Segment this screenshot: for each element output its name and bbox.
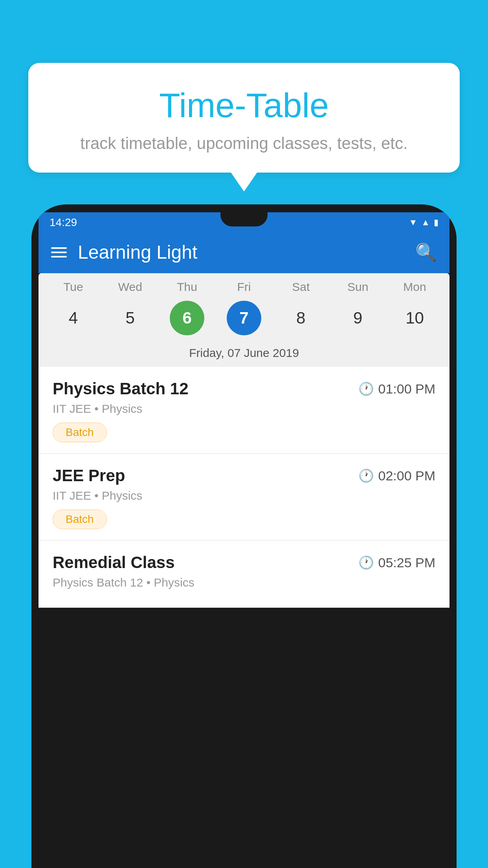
batch-tag: Batch <box>53 509 107 529</box>
day-header-tue: Tue <box>56 280 90 294</box>
day-number-5[interactable]: 5 <box>113 301 147 335</box>
day-header-mon: Mon <box>397 280 432 294</box>
schedule-item-header: JEE Prep 🕐 02:00 PM <box>53 466 435 485</box>
phone-frame: 14:29 ▼ ▲ ▮ Learning Light 🔍 TueWedThuFr… <box>31 204 457 868</box>
status-bar: 14:29 ▼ ▲ ▮ <box>39 212 449 231</box>
schedule-item-header: Physics Batch 12 🕐 01:00 PM <box>53 379 435 398</box>
clock-icon: 🕐 <box>358 381 374 396</box>
schedule-name: Physics Batch 12 <box>53 379 189 398</box>
schedule-item-header: Remedial Class 🕐 05:25 PM <box>53 553 435 572</box>
day-header-thu: Thu <box>170 280 204 294</box>
day-number-9[interactable]: 9 <box>341 301 375 335</box>
clock-icon: 🕐 <box>358 468 374 483</box>
status-time: 14:29 <box>50 216 77 229</box>
schedule-time: 🕐 01:00 PM <box>358 381 435 397</box>
day-number-4[interactable]: 4 <box>56 301 90 335</box>
app-header: Learning Light 🔍 <box>39 231 449 273</box>
day-header-wed: Wed <box>113 280 147 294</box>
status-icons: ▼ ▲ ▮ <box>409 217 438 228</box>
schedule-item-0[interactable]: Physics Batch 12 🕐 01:00 PM IIT JEE • Ph… <box>39 367 449 454</box>
bubble-subtitle: track timetable, upcoming classes, tests… <box>44 134 444 153</box>
schedule-subtitle: Physics Batch 12 • Physics <box>53 576 435 589</box>
day-header-sat: Sat <box>284 280 318 294</box>
day-header-fri: Fri <box>227 280 261 294</box>
calendar-strip: TueWedThuFriSatSunMon 45678910 Friday, 0… <box>39 273 449 367</box>
day-number-6[interactable]: 6 <box>170 301 204 335</box>
day-numbers[interactable]: 45678910 <box>39 298 449 342</box>
search-icon[interactable]: 🔍 <box>415 242 437 263</box>
battery-icon: ▮ <box>434 217 438 228</box>
app-title: Learning Light <box>78 241 404 263</box>
schedule-time: 🕐 02:00 PM <box>358 468 435 484</box>
schedule-name: JEE Prep <box>53 466 125 485</box>
signal-icon: ▲ <box>421 217 430 228</box>
time-value: 02:00 PM <box>378 468 435 484</box>
menu-icon[interactable] <box>51 247 67 257</box>
schedule-subtitle: IIT JEE • Physics <box>53 402 435 416</box>
time-value: 01:00 PM <box>378 381 435 397</box>
day-number-8[interactable]: 8 <box>284 301 318 335</box>
schedule-item-2[interactable]: Remedial Class 🕐 05:25 PM Physics Batch … <box>39 541 449 608</box>
day-header-sun: Sun <box>341 280 375 294</box>
day-number-10[interactable]: 10 <box>397 301 432 335</box>
phone-screen: TueWedThuFriSatSunMon 45678910 Friday, 0… <box>39 273 449 608</box>
wifi-icon: ▼ <box>409 217 417 228</box>
time-value: 05:25 PM <box>378 555 435 570</box>
schedule-name: Remedial Class <box>53 553 175 572</box>
schedule-list: Physics Batch 12 🕐 01:00 PM IIT JEE • Ph… <box>39 367 449 608</box>
speech-bubble: Time-Table track timetable, upcoming cla… <box>28 63 460 173</box>
day-number-7[interactable]: 7 <box>227 301 261 335</box>
batch-tag: Batch <box>53 423 107 442</box>
day-headers: TueWedThuFriSatSunMon <box>39 280 449 298</box>
selected-date: Friday, 07 June 2019 <box>39 342 449 367</box>
schedule-time: 🕐 05:25 PM <box>358 555 435 570</box>
clock-icon: 🕐 <box>358 555 374 570</box>
bubble-title: Time-Table <box>44 86 444 125</box>
schedule-subtitle: IIT JEE • Physics <box>53 489 435 502</box>
schedule-item-1[interactable]: JEE Prep 🕐 02:00 PM IIT JEE • Physics Ba… <box>39 454 449 541</box>
